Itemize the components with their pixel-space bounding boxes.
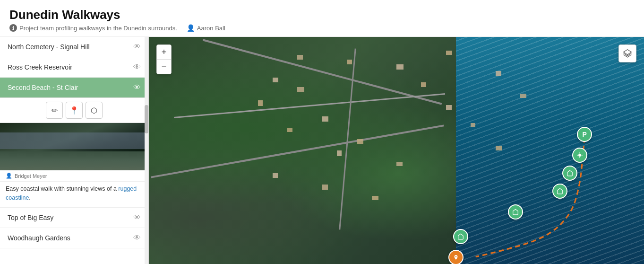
preview-image-inner bbox=[0, 123, 148, 170]
item-label: Ross Creek Reservoir bbox=[8, 63, 72, 71]
building bbox=[396, 162, 403, 166]
add-region-button[interactable]: ⬡ bbox=[86, 102, 103, 119]
walkway-list[interactable]: North Cemetery - Signal Hill 👁 Ross Cree… bbox=[0, 37, 148, 264]
building bbox=[496, 146, 502, 150]
description-part1: Easy coastal walk with stunning views of… bbox=[6, 185, 118, 192]
marker-2[interactable] bbox=[562, 166, 577, 181]
building bbox=[496, 71, 501, 76]
main-content: North Cemetery - Signal Hill 👁 Ross Cree… bbox=[0, 37, 644, 264]
building bbox=[357, 139, 363, 144]
sidebar: North Cemetery - Signal Hill 👁 Ross Cree… bbox=[0, 37, 149, 264]
building bbox=[322, 116, 328, 122]
marker-parking[interactable]: P bbox=[577, 127, 592, 142]
page-wrapper: Dunedin Walkways ℹ Project team profilin… bbox=[0, 0, 644, 264]
svg-point-0 bbox=[578, 154, 581, 157]
scrollbar-track bbox=[145, 37, 148, 264]
item-label: Top of Big Easy bbox=[8, 214, 53, 221]
marker-6[interactable] bbox=[448, 250, 464, 264]
building bbox=[347, 60, 352, 64]
sidebar-item-ross-creek[interactable]: Ross Creek Reservoir 👁 bbox=[0, 57, 148, 78]
layer-switcher-button[interactable] bbox=[618, 44, 636, 62]
item-label: North Cemetery - Signal Hill bbox=[8, 43, 90, 51]
item-label: Woodhaugh Gardens bbox=[8, 234, 70, 242]
item-label: Second Beach - St Clair bbox=[8, 84, 78, 91]
marker-4[interactable] bbox=[508, 204, 523, 220]
visibility-icon[interactable]: 👁 bbox=[133, 83, 141, 92]
username: Aaron Ball bbox=[197, 25, 225, 32]
building bbox=[322, 185, 328, 190]
sidebar-item-second-beach[interactable]: Second Beach - St Clair 👁 bbox=[0, 78, 148, 98]
photo-credit: 👤 Bridget Meyer bbox=[0, 170, 148, 182]
add-location-button[interactable]: 📍 bbox=[66, 102, 83, 119]
map-zoom-controls: + − bbox=[156, 44, 172, 74]
map-ocean bbox=[456, 37, 644, 264]
building bbox=[287, 128, 292, 132]
layers-icon bbox=[623, 49, 632, 58]
building bbox=[372, 196, 378, 200]
sidebar-item-north-cemetery[interactable]: North Cemetery - Signal Hill 👁 bbox=[0, 37, 148, 57]
visibility-icon[interactable]: 👁 bbox=[133, 234, 141, 242]
building bbox=[258, 100, 263, 106]
project-description: ℹ Project team profiling walkways in the… bbox=[9, 24, 177, 32]
marker-5[interactable] bbox=[453, 229, 468, 244]
visibility-icon[interactable]: 👁 bbox=[133, 43, 141, 51]
sidebar-item-woodhaugh[interactable]: Woodhaugh Gardens 👁 bbox=[0, 228, 148, 248]
building bbox=[446, 105, 452, 110]
building bbox=[297, 55, 303, 60]
description-text: Project team profiling walkways in the D… bbox=[19, 25, 177, 32]
visibility-icon[interactable]: 👁 bbox=[133, 63, 141, 71]
building bbox=[446, 51, 452, 55]
zoom-out-button[interactable]: − bbox=[157, 60, 171, 74]
user-info: 👤 Aaron Ball bbox=[187, 24, 225, 32]
edit-button[interactable]: ✏ bbox=[46, 102, 63, 119]
building bbox=[337, 150, 342, 156]
map-ocean-waves bbox=[456, 37, 644, 264]
sidebar-item-top-big-easy[interactable]: Top of Big Easy 👁 bbox=[0, 208, 148, 228]
user-credit-icon: 👤 bbox=[6, 173, 12, 179]
marker-1[interactable] bbox=[572, 148, 587, 163]
walkway-preview-image bbox=[0, 123, 148, 170]
photographer-name: Bridget Meyer bbox=[15, 173, 47, 179]
description-period: . bbox=[29, 194, 30, 201]
info-icon: ℹ bbox=[9, 24, 17, 32]
building bbox=[273, 173, 278, 178]
page-header: Dunedin Walkways ℹ Project team profilin… bbox=[0, 0, 644, 37]
building bbox=[396, 64, 404, 70]
scrollbar-thumb[interactable] bbox=[145, 105, 148, 133]
building bbox=[297, 87, 304, 92]
building bbox=[273, 78, 278, 82]
zoom-in-button[interactable]: + bbox=[157, 45, 171, 59]
marker-3[interactable] bbox=[552, 184, 567, 199]
map-satellite: P bbox=[149, 37, 644, 264]
building bbox=[471, 123, 475, 127]
user-icon: 👤 bbox=[187, 24, 195, 32]
map-area[interactable]: P bbox=[149, 37, 644, 264]
header-meta: ℹ Project team profiling walkways in the… bbox=[9, 24, 635, 32]
walkway-description: Easy coastal walk with stunning views of… bbox=[0, 182, 148, 208]
action-buttons: ✏ 📍 ⬡ bbox=[0, 98, 148, 123]
page-title: Dunedin Walkways bbox=[9, 8, 635, 22]
visibility-icon[interactable]: 👁 bbox=[133, 213, 141, 222]
building bbox=[520, 94, 526, 98]
building bbox=[421, 82, 426, 87]
